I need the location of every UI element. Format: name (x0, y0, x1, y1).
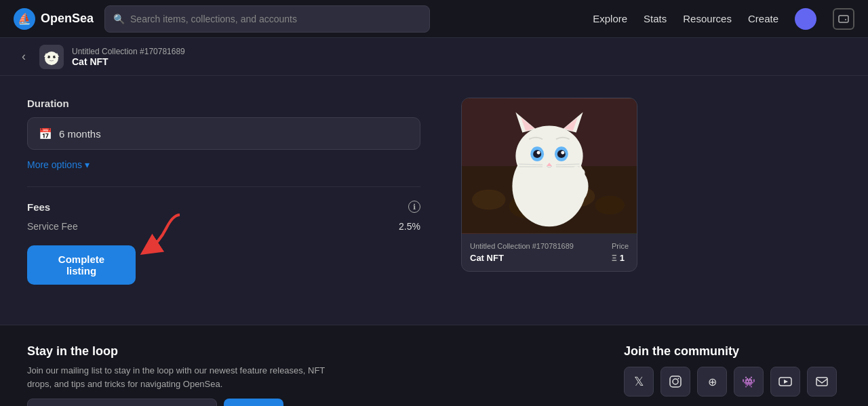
nft-price: Price Ξ 1 (612, 242, 629, 263)
search-icon: 🔍 (113, 14, 125, 24)
breadcrumb-collection: Untitled Collection #170781689 (72, 47, 185, 56)
svg-point-34 (578, 169, 585, 177)
svg-point-23 (537, 151, 540, 155)
nft-image (462, 98, 637, 234)
search-bar[interactable]: 🔍 (104, 5, 430, 33)
nft-price-label: Price (612, 242, 629, 250)
email-icon[interactable] (807, 367, 837, 397)
nft-info: Untitled Collection #170781689 Cat NFT (470, 242, 574, 263)
nft-name: Cat NFT (470, 253, 574, 263)
logo-text: OpenSea (41, 12, 94, 26)
svg-point-21 (533, 150, 541, 158)
svg-point-36 (673, 379, 678, 384)
nav-explore[interactable]: Explore (593, 13, 627, 24)
wallet-icon[interactable] (833, 8, 854, 30)
duration-label: Duration (27, 98, 420, 109)
duration-value: 6 months (59, 128, 101, 140)
svg-marker-39 (784, 380, 788, 384)
service-fee-value: 2.5% (399, 221, 420, 232)
nav-stats[interactable]: Stats (644, 13, 667, 24)
twitter-icon[interactable]: 𝕏 (624, 367, 654, 397)
back-button[interactable]: ‹ (16, 47, 31, 66)
service-fee-label: Service Fee (27, 221, 78, 232)
section-divider (27, 186, 420, 187)
logo[interactable]: ⛵ OpenSea (14, 8, 94, 30)
instagram-icon[interactable] (660, 367, 690, 397)
fees-info-icon[interactable]: ℹ (408, 201, 420, 213)
svg-point-22 (557, 150, 566, 158)
breadcrumb: ‹ Untitled Collection #170781689 Cat NFT (0, 38, 868, 76)
youtube-icon[interactable] (770, 367, 800, 397)
nft-card: Untitled Collection #170781689 Cat NFT P… (461, 98, 637, 272)
chevron-down-icon: ▾ (85, 159, 90, 170)
red-arrow (132, 208, 186, 256)
nft-price-value: Ξ 1 (612, 253, 629, 263)
navbar: ⛵ OpenSea 🔍 Explore Stats Resources Crea… (0, 0, 868, 38)
duration-selector[interactable]: 📅 6 months (27, 117, 420, 150)
discord-icon[interactable]: ⊕ (697, 367, 727, 397)
svg-point-37 (678, 378, 679, 380)
breadcrumb-name: Cat NFT (72, 56, 185, 67)
newsletter-description: Join our mailing list to stay in the loo… (27, 364, 339, 390)
svg-rect-40 (816, 378, 827, 386)
nav-resources[interactable]: Resources (683, 13, 732, 24)
breadcrumb-info: Untitled Collection #170781689 Cat NFT (72, 47, 185, 67)
svg-point-9 (472, 190, 506, 210)
fees-header: Fees ℹ (27, 201, 420, 213)
more-options-label: More options (27, 159, 82, 170)
fees-label: Fees (27, 201, 50, 213)
search-input[interactable] (130, 14, 421, 24)
email-input[interactable] (27, 399, 217, 406)
newsletter-title: Stay in the loop (27, 344, 570, 359)
social-icons-group: 𝕏 ⊕ 👾 (624, 367, 841, 397)
footer: Stay in the loop Join our mailing list t… (0, 325, 868, 406)
calendar-icon: 📅 (39, 127, 52, 140)
service-fee-row: Service Fee 2.5% (27, 221, 420, 232)
newsletter-section: Stay in the loop Join our mailing list t… (27, 344, 570, 387)
collection-thumbnail (39, 45, 64, 69)
more-options-toggle[interactable]: More options ▾ (27, 159, 420, 170)
svg-rect-35 (670, 376, 681, 387)
nft-collection-name: Untitled Collection #170781689 (470, 242, 574, 250)
svg-point-24 (561, 151, 564, 155)
avatar[interactable] (795, 8, 816, 30)
signup-button[interactable]: Sign up (224, 399, 283, 406)
listing-form: Duration 📅 6 months More options ▾ Fees … (27, 98, 420, 303)
reddit-icon[interactable]: 👾 (734, 367, 764, 397)
nav-links: Explore Stats Resources Create (593, 8, 854, 30)
complete-listing-button[interactable]: Complete listing (27, 245, 136, 285)
nft-card-footer: Untitled Collection #170781689 Cat NFT P… (462, 234, 637, 271)
svg-point-2 (45, 52, 58, 65)
svg-point-12 (595, 196, 625, 215)
community-title: Join the community (624, 344, 841, 359)
price-number: 1 (620, 253, 625, 263)
main-content: Duration 📅 6 months More options ▾ Fees … (0, 76, 868, 325)
nft-preview-panel: Untitled Collection #170781689 Cat NFT P… (461, 98, 637, 303)
nav-create[interactable]: Create (748, 13, 778, 24)
svg-point-32 (566, 167, 573, 176)
logo-icon: ⛵ (14, 8, 35, 30)
eth-symbol: Ξ (612, 253, 617, 263)
community-section: Join the community 𝕏 ⊕ 👾 (624, 344, 841, 387)
svg-rect-0 (839, 16, 848, 22)
